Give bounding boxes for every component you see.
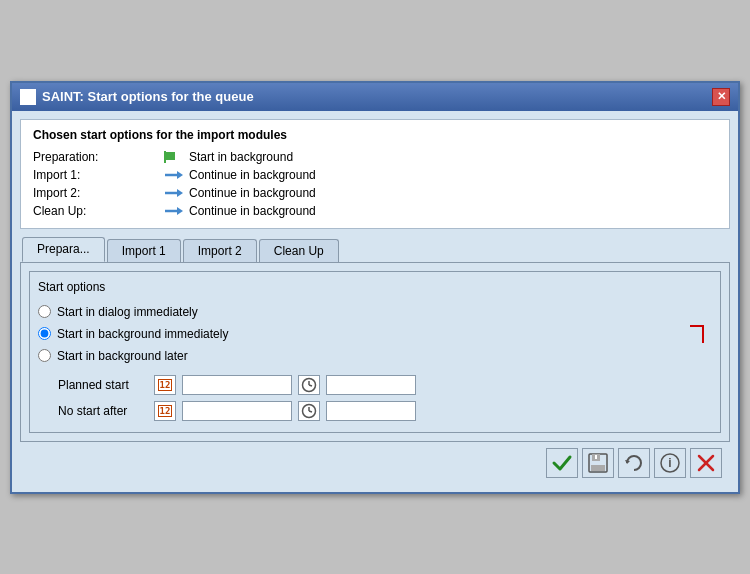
clock-btn-1[interactable] <box>298 375 320 395</box>
radio-bg-later[interactable] <box>38 349 51 362</box>
import2-label: Import 2: <box>33 186 163 200</box>
tabs-container: Prepara... Import 1 Import 2 Clean Up <box>20 237 730 262</box>
radio-row-dialog: Start in dialog immediately <box>38 302 712 322</box>
cleanup-label: Clean Up: <box>33 204 163 218</box>
cancel-icon <box>695 452 717 474</box>
info-row-preparation: Preparation: Start in background <box>33 148 717 166</box>
tab-import1[interactable]: Import 1 <box>107 239 181 262</box>
info-box: Chosen start options for the import modu… <box>20 119 730 229</box>
radio-dialog-label: Start in dialog immediately <box>57 305 198 319</box>
radio-row-bg-immediate: Start in background immediately <box>38 322 712 346</box>
info-row-cleanup: Clean Up: Continue in background <box>33 202 717 220</box>
no-start-after-time[interactable] <box>326 401 416 421</box>
svg-rect-19 <box>591 465 605 471</box>
title-bar-left: SAINT: Start options for the queue <box>20 89 254 105</box>
info-icon: i <box>659 452 681 474</box>
window-body: Chosen start options for the import modu… <box>12 111 738 492</box>
tab-content: Start options Start in dialog immediatel… <box>20 262 730 442</box>
no-start-after-row: No start after 12 <box>58 398 712 424</box>
svg-rect-0 <box>22 92 34 102</box>
no-start-after-label: No start after <box>58 404 148 418</box>
planned-start-time[interactable] <box>326 375 416 395</box>
refresh-button[interactable] <box>618 448 650 478</box>
planned-start-label: Planned start <box>58 378 148 392</box>
import1-value: Continue in background <box>189 168 316 182</box>
preparation-label: Preparation: <box>33 150 163 164</box>
preparation-value: Start in background <box>189 150 293 164</box>
planned-start-date[interactable] <box>182 375 292 395</box>
svg-line-16 <box>309 411 312 412</box>
cleanup-value: Continue in background <box>189 204 316 218</box>
clock-btn-2[interactable] <box>298 401 320 421</box>
arrow-icon-3 <box>163 204 183 218</box>
arrow-icon-2 <box>163 186 183 200</box>
calendar-icon-2: 12 <box>158 405 173 417</box>
info-row-import1: Import 1: Continue in background <box>33 166 717 184</box>
svg-rect-20 <box>595 455 597 459</box>
no-start-after-date[interactable] <box>182 401 292 421</box>
start-options-title: Start options <box>38 280 712 294</box>
title-bar: SAINT: Start options for the queue ✕ <box>12 83 738 111</box>
window-title: SAINT: Start options for the queue <box>42 89 254 104</box>
svg-marker-21 <box>625 460 630 464</box>
radio-bg-later-label: Start in background later <box>57 349 188 363</box>
svg-text:i: i <box>668 456 671 470</box>
import2-value: Continue in background <box>189 186 316 200</box>
svg-marker-8 <box>177 189 183 197</box>
confirm-button[interactable] <box>546 448 578 478</box>
planned-rows: Planned start 12 <box>38 372 712 424</box>
checkmark-icon <box>551 452 573 474</box>
import1-label: Import 1: <box>33 168 163 182</box>
svg-marker-10 <box>177 207 183 215</box>
flag-icon <box>163 150 183 164</box>
window-icon <box>20 89 36 105</box>
radio-row-bg-later: Start in background later <box>38 346 712 366</box>
calendar-btn-1[interactable]: 12 <box>154 375 176 395</box>
info-row-import2: Import 2: Continue in background <box>33 184 717 202</box>
main-window: SAINT: Start options for the queue ✕ Cho… <box>10 81 740 494</box>
clock-icon-2 <box>301 403 317 419</box>
red-bracket <box>690 325 704 343</box>
refresh-icon <box>623 452 645 474</box>
arrow-icon-1 <box>163 168 183 182</box>
save-icon <box>587 452 609 474</box>
start-options-box: Start options Start in dialog immediatel… <box>29 271 721 433</box>
svg-marker-6 <box>177 171 183 179</box>
calendar-icon-1: 12 <box>158 379 173 391</box>
tab-cleanup[interactable]: Clean Up <box>259 239 339 262</box>
svg-rect-3 <box>165 152 175 160</box>
planned-start-row: Planned start 12 <box>58 372 712 398</box>
tab-preparation[interactable]: Prepara... <box>22 237 105 262</box>
clock-icon-1 <box>301 377 317 393</box>
radio-bg-immediate[interactable] <box>38 327 51 340</box>
tab-import2[interactable]: Import 2 <box>183 239 257 262</box>
calendar-btn-2[interactable]: 12 <box>154 401 176 421</box>
svg-line-13 <box>309 385 312 386</box>
info-box-title: Chosen start options for the import modu… <box>33 128 717 142</box>
footer: i <box>20 442 730 484</box>
save-button[interactable] <box>582 448 614 478</box>
radio-dialog[interactable] <box>38 305 51 318</box>
radio-bg-immediate-label: Start in background immediately <box>57 327 228 341</box>
info-button[interactable]: i <box>654 448 686 478</box>
close-button[interactable]: ✕ <box>712 88 730 106</box>
cancel-button[interactable] <box>690 448 722 478</box>
